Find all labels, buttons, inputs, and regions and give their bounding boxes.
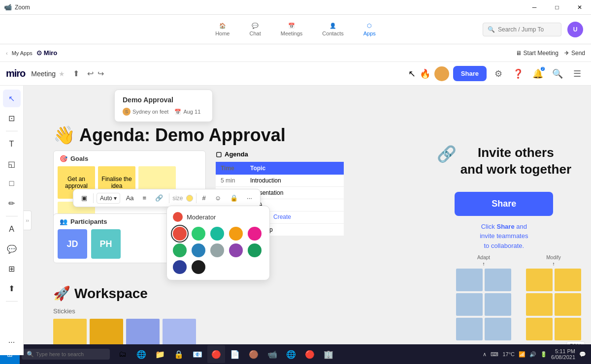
maximize-button[interactable]: □ bbox=[546, 0, 568, 15]
lock-button[interactable]: 🔒 bbox=[227, 192, 241, 204]
taskbar-folder-icon[interactable]: 📁 bbox=[151, 345, 169, 363]
tag-name-input[interactable] bbox=[187, 213, 269, 221]
select-tool-button[interactable]: ↖ bbox=[3, 90, 21, 107]
color-black[interactable] bbox=[192, 260, 205, 274]
title-bar: 📹 Zoom ─ □ ✕ bbox=[0, 0, 591, 15]
notifications-icon[interactable]: 🔔 2 bbox=[530, 66, 546, 82]
minimize-button[interactable]: ─ bbox=[523, 0, 546, 15]
zoom-nav-chat[interactable]: 💬 Chat bbox=[239, 19, 270, 40]
zoom-nav-meetings[interactable]: 📅 Meetings bbox=[271, 19, 313, 40]
close-button[interactable]: ✕ bbox=[568, 0, 591, 15]
color-gray[interactable] bbox=[210, 243, 224, 257]
workspace-sticky-3[interactable] bbox=[126, 319, 160, 345]
modify-sticky-2[interactable] bbox=[555, 269, 581, 291]
zoom-nav-apps[interactable]: ⬡ Apps bbox=[354, 19, 386, 40]
adapt-sticky-1[interactable] bbox=[456, 269, 483, 291]
shapes-tool-button[interactable]: ◱ bbox=[3, 155, 21, 173]
taskbar-red-icon[interactable]: 🔴 bbox=[207, 345, 225, 363]
comment-tool-button[interactable]: 💬 bbox=[3, 240, 21, 258]
color-emerald[interactable] bbox=[248, 243, 262, 257]
pen-tool-button[interactable]: ✏ bbox=[3, 194, 21, 212]
taskbar-edge-icon[interactable]: 🌐 bbox=[132, 345, 150, 363]
taskbar-lock-icon[interactable]: 🔒 bbox=[170, 345, 188, 363]
workspace-sticky-2[interactable] bbox=[90, 319, 123, 345]
my-apps-link[interactable]: My Apps bbox=[12, 50, 33, 56]
miro-apps-bar: ‹ My Apps ⊙ Miro 🖥 Start Meeting ✈ Send bbox=[0, 44, 591, 62]
settings-icon[interactable]: ⚙ bbox=[491, 66, 506, 82]
taskbar-search-input[interactable] bbox=[36, 351, 105, 357]
color-pink[interactable] bbox=[248, 227, 262, 241]
sidebar-expand-button[interactable]: ›› bbox=[24, 211, 32, 230]
board-list-icon[interactable]: ☰ bbox=[569, 66, 585, 82]
letter-tool-button[interactable]: A bbox=[3, 220, 21, 238]
favorite-star-icon[interactable]: ★ bbox=[59, 70, 65, 78]
adapt-sticky-5[interactable] bbox=[456, 318, 483, 340]
miro-brand: ⊙ Miro bbox=[36, 49, 57, 57]
color-green[interactable] bbox=[192, 227, 205, 241]
taskbar-file-icon[interactable]: 🗂 bbox=[114, 345, 131, 363]
search-board-icon[interactable]: 🔍 bbox=[550, 66, 565, 82]
format-auto-select[interactable]: Auto ▾ bbox=[97, 193, 120, 204]
adapt-sticky-6[interactable] bbox=[485, 318, 511, 340]
workspace-sticky-1[interactable] bbox=[53, 319, 87, 345]
taskbar-word-icon[interactable]: 📄 bbox=[226, 345, 244, 363]
miro-brand-icon: ⊙ bbox=[36, 49, 42, 57]
color-yellow[interactable] bbox=[229, 227, 243, 241]
redo-button[interactable]: ↪ bbox=[96, 67, 106, 80]
color-blue[interactable] bbox=[192, 243, 205, 257]
taskbar-zoom-icon[interactable]: 📹 bbox=[263, 345, 281, 363]
wave-emoji: 👋 bbox=[53, 125, 75, 146]
zoom-nav-home[interactable]: 🏠 Home bbox=[205, 19, 239, 40]
miro-right-tools: ↖ 🔥 Share ⚙ ❓ 🔔 2 🔍 ☰ bbox=[408, 66, 585, 82]
link-button[interactable]: 🔗 bbox=[152, 192, 166, 204]
share-button[interactable]: Share bbox=[453, 66, 487, 81]
text-format-button[interactable]: Aa bbox=[123, 192, 137, 204]
upload-tool-button[interactable]: ⬆ bbox=[3, 279, 21, 297]
taskbar-red2-icon[interactable]: 🔴 bbox=[301, 345, 319, 363]
emoji-button[interactable]: ☺ bbox=[212, 192, 224, 204]
help-icon[interactable]: ❓ bbox=[510, 66, 526, 82]
taskbar-building-icon[interactable]: 🏢 bbox=[320, 345, 337, 363]
more-options-button[interactable]: ··· bbox=[244, 192, 255, 204]
miro-header: miro Meeting ★ ⬆ ↩ ↪ ↖ 🔥 Share ⚙ ❓ 🔔 2 🔍… bbox=[0, 62, 591, 86]
color-red[interactable] bbox=[173, 227, 187, 241]
invite-share-button[interactable]: Share bbox=[455, 192, 553, 216]
text-format-label: Aa bbox=[126, 194, 134, 202]
frame-tool-button[interactable]: ⊡ bbox=[3, 109, 21, 127]
start-meeting-btn[interactable]: 🖥 Start Meeting bbox=[516, 50, 558, 57]
modify-sticky-4[interactable] bbox=[555, 293, 581, 316]
grid-tool-button[interactable]: ⊞ bbox=[3, 260, 21, 277]
align-button[interactable]: ≡ bbox=[140, 192, 150, 204]
more-tools-button[interactable]: ··· bbox=[3, 334, 21, 351]
modify-sticky-6[interactable] bbox=[555, 318, 581, 340]
zoom-nav-contacts[interactable]: 👤 Contacts bbox=[312, 19, 353, 40]
color-picker-dot[interactable] bbox=[186, 195, 193, 202]
taskbar-mail-icon[interactable]: 📧 bbox=[189, 345, 206, 363]
send-btn[interactable]: ✈ Send bbox=[564, 50, 585, 57]
cursor-icon: ↖ bbox=[408, 68, 416, 79]
selected-color-circle bbox=[173, 212, 183, 222]
color-dark-green[interactable] bbox=[173, 243, 187, 257]
modify-sticky-5[interactable] bbox=[526, 318, 553, 340]
tag-button[interactable]: # bbox=[199, 192, 209, 204]
adapt-sticky-4[interactable] bbox=[485, 293, 511, 316]
share-upload-button[interactable]: ⬆ bbox=[71, 67, 81, 80]
adapt-sticky-3[interactable] bbox=[456, 293, 483, 316]
text-tool-button[interactable]: T bbox=[3, 135, 21, 153]
undo-button[interactable]: ↩ bbox=[85, 67, 96, 80]
taskbar-brown-icon[interactable]: 🟤 bbox=[245, 345, 263, 363]
create-tag-button[interactable]: Create bbox=[273, 213, 291, 220]
color-purple[interactable] bbox=[229, 243, 243, 257]
color-teal[interactable] bbox=[210, 227, 224, 241]
color-navy[interactable] bbox=[173, 260, 187, 274]
modify-sticky-1[interactable] bbox=[526, 269, 553, 291]
sticky-tool-button[interactable]: □ bbox=[3, 175, 21, 192]
adapt-sticky-2[interactable] bbox=[485, 269, 511, 291]
app-icon: 📹 bbox=[4, 3, 12, 11]
modify-sticky-3[interactable] bbox=[526, 293, 553, 316]
taskbar-search[interactable]: 🔍 bbox=[22, 349, 110, 360]
color-grid bbox=[173, 227, 263, 274]
board-view-button[interactable]: ▣ bbox=[78, 192, 90, 204]
workspace-sticky-4[interactable] bbox=[163, 319, 196, 345]
taskbar-chrome-icon[interactable]: 🌐 bbox=[282, 345, 300, 363]
